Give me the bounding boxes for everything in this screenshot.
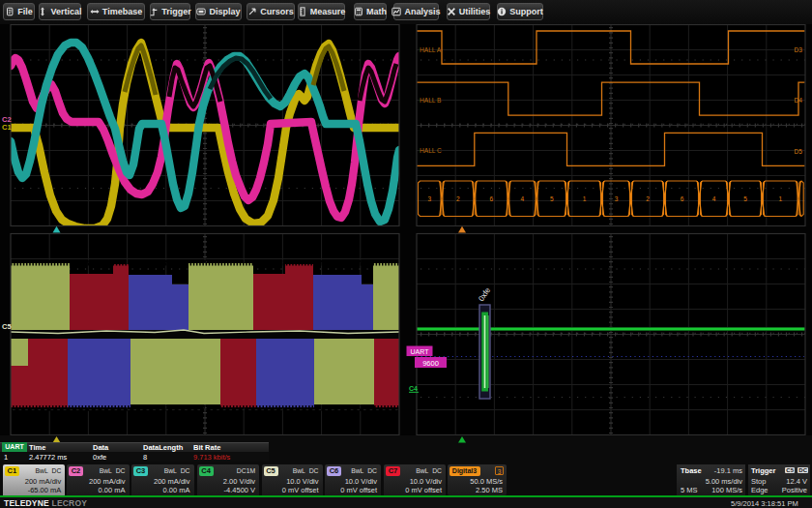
svg-text:4: 4 — [712, 195, 716, 202]
svg-text:6: 6 — [681, 195, 684, 202]
svg-text:C4: C4 — [409, 385, 418, 392]
svg-text:2: 2 — [456, 195, 460, 202]
svg-text:1: 1 — [778, 195, 782, 202]
svg-text:D3: D3 — [795, 46, 803, 53]
svg-text:D4: D4 — [795, 97, 803, 104]
svg-text:4: 4 — [521, 195, 525, 202]
svg-text:D5: D5 — [795, 148, 803, 155]
svg-text:HALL B: HALL B — [420, 97, 442, 104]
svg-text:3: 3 — [615, 195, 619, 202]
svg-text:6: 6 — [489, 195, 493, 202]
svg-text:C1: C1 — [2, 123, 12, 132]
svg-text:5: 5 — [550, 195, 554, 202]
svg-text:3: 3 — [427, 195, 431, 202]
svg-text:C5: C5 — [2, 322, 12, 331]
svg-text:HALL A: HALL A — [420, 46, 442, 53]
svg-text:9600: 9600 — [422, 359, 439, 368]
svg-text:5: 5 — [743, 195, 747, 202]
svg-text:1: 1 — [583, 195, 587, 202]
svg-text:HALL C: HALL C — [420, 147, 442, 154]
svg-text:2: 2 — [646, 195, 650, 202]
svg-text:UART: UART — [411, 348, 430, 355]
